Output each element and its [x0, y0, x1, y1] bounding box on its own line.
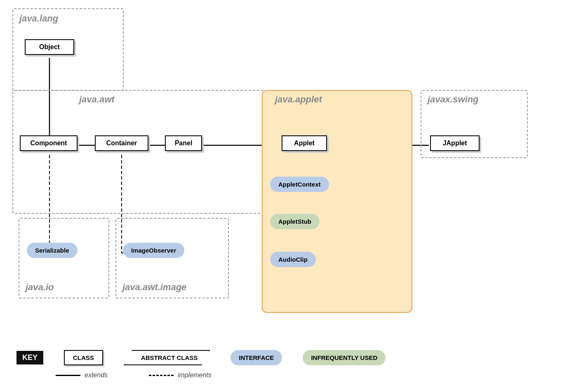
java-lang-label: java.lang [19, 13, 58, 24]
interface-serializable: Serializable [27, 243, 78, 258]
package-java-awt: java.awt [12, 90, 266, 214]
key-legend: extends implements [56, 371, 212, 379]
java-awt-image-label: java.awt.image [122, 282, 186, 293]
package-java-io: java.io [19, 218, 109, 298]
key-abstract-box: ABSTRACT CLASS [124, 350, 210, 365]
interface-imageobserver: ImageObserver [123, 243, 184, 258]
key-interface-box: INTERFACE [230, 350, 282, 365]
class-applet: Applet [282, 135, 327, 151]
implements-legend: implements [149, 371, 212, 379]
diagram-container: java.lang java.awt java.applet javax.swi… [0, 0, 588, 388]
interface-appletstub: AppletStub [270, 214, 320, 229]
javax-swing-label: javax.swing [428, 94, 479, 105]
java-awt-label: java.awt [79, 94, 115, 105]
extends-legend: extends [56, 371, 108, 379]
class-component: Component [20, 135, 78, 151]
package-java-applet: java.applet [262, 90, 412, 313]
interface-audioclip: AudioClip [270, 252, 316, 267]
key-label: KEY [16, 351, 43, 364]
key-infrequent-box: INFREQUENTLY USED [303, 350, 386, 365]
class-object: Object [25, 39, 74, 55]
class-panel: Panel [165, 135, 202, 151]
java-io-label: java.io [26, 282, 54, 293]
key-class-box: CLASS [64, 350, 103, 365]
class-japplet: JApplet [430, 135, 480, 151]
java-applet-label: java.applet [275, 94, 322, 105]
class-container: Container [95, 135, 148, 151]
package-java-awt-image: java.awt.image [115, 218, 229, 298]
interface-appletcontext: AppletContext [270, 177, 329, 192]
key-section: KEY CLASS ABSTRACT CLASS INTERFACE INFRE… [16, 350, 386, 365]
implements-line [149, 375, 174, 376]
extends-line [56, 375, 80, 376]
